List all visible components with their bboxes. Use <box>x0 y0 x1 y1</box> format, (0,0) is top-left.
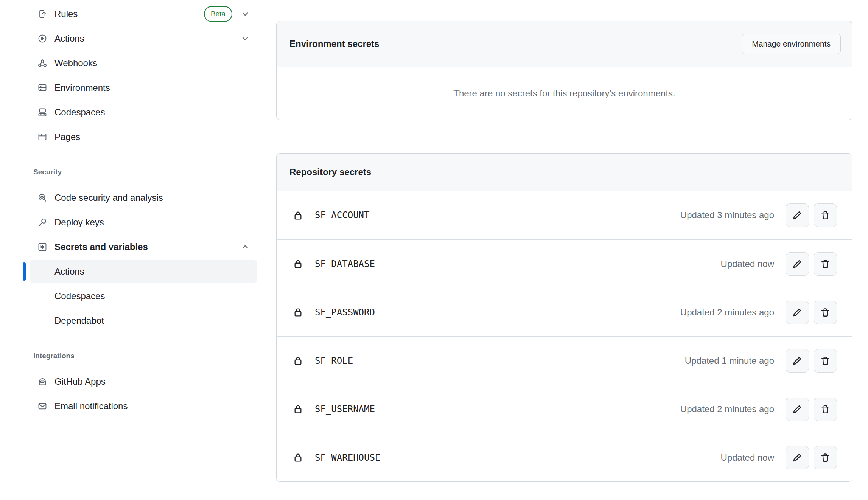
lock-icon <box>293 307 303 317</box>
sidebar-item-webhooks[interactable]: Webhooks <box>23 51 257 75</box>
sidebar-subitem-dependabot[interactable]: Dependabot <box>23 308 257 333</box>
secret-name: SF_DATABASE <box>315 259 721 269</box>
environment-secrets-title: Environment secrets <box>289 39 379 49</box>
rules-icon <box>38 9 47 19</box>
sidebar-item-actions[interactable]: Actions <box>23 26 257 51</box>
updated-timestamp: Updated 2 minutes ago <box>680 307 774 318</box>
secret-name: SF_ROLE <box>315 356 685 366</box>
secrets-main-panel: Environment secrets Manage environments … <box>276 21 852 482</box>
sidebar-divider <box>23 154 264 154</box>
sidebar-item-label: Rules <box>54 9 204 19</box>
trash-icon <box>820 453 830 463</box>
sidebar-subitem-label: Actions <box>54 266 84 277</box>
secret-row: SF_WAREHOUSE Updated now <box>277 433 852 481</box>
edit-secret-button[interactable] <box>786 349 809 373</box>
sidebar-section-security: Security <box>23 159 257 185</box>
delete-secret-button[interactable] <box>814 446 837 469</box>
chevron-down-icon[interactable] <box>241 9 250 19</box>
sidebar-subitem-label: Codespaces <box>54 291 105 301</box>
lock-icon <box>293 404 303 414</box>
delete-secret-button[interactable] <box>814 203 837 227</box>
updated-timestamp: Updated now <box>721 452 774 463</box>
sidebar-item-label: Actions <box>54 33 241 44</box>
lock-icon <box>293 452 303 463</box>
sidebar-item-secrets-and-variables[interactable]: Secrets and variables <box>23 234 257 259</box>
sidebar-item-github-apps[interactable]: GitHub Apps <box>23 369 257 394</box>
trash-icon <box>820 356 830 366</box>
trash-icon <box>820 259 830 269</box>
sidebar-subitem-actions[interactable]: Actions <box>23 259 257 284</box>
codespaces-icon <box>38 108 47 117</box>
sidebar-item-label: Environments <box>54 82 257 93</box>
updated-timestamp: Updated now <box>721 259 774 269</box>
delete-secret-button[interactable] <box>814 301 837 324</box>
sidebar-subitem-label: Dependabot <box>54 315 104 326</box>
secret-name: SF_PASSWORD <box>315 307 680 318</box>
lock-icon <box>293 210 303 220</box>
chevron-up-icon[interactable] <box>241 242 250 252</box>
pencil-icon <box>792 259 802 269</box>
code-scan-icon <box>38 193 47 202</box>
webhooks-icon <box>38 59 47 68</box>
beta-badge: Beta <box>204 6 232 22</box>
trash-icon <box>820 307 830 317</box>
secret-row: SF_DATABASE Updated now <box>277 239 852 288</box>
secret-row: SF_PASSWORD Updated 2 minutes ago <box>277 288 852 336</box>
sidebar-item-label: Secrets and variables <box>54 242 241 252</box>
sidebar-item-label: Deploy keys <box>54 217 257 228</box>
empty-state-message: There are no secrets for this repository… <box>453 88 675 99</box>
pencil-icon <box>792 453 802 463</box>
secret-name: SF_USERNAME <box>315 404 680 415</box>
sidebar-item-label: Webhooks <box>54 58 257 68</box>
secret-name: SF_ACCOUNT <box>315 210 680 220</box>
trash-icon <box>820 210 830 220</box>
environment-secrets-empty-state: There are no secrets for this repository… <box>277 67 852 120</box>
sidebar-item-label: Codespaces <box>54 107 257 118</box>
chevron-down-icon[interactable] <box>241 34 250 43</box>
sidebar-section-integrations: Integrations <box>23 343 257 369</box>
settings-sidebar: Rules Beta Actions Web <box>23 2 257 418</box>
sidebar-item-label: GitHub Apps <box>54 376 257 387</box>
sidebar-item-label: Email notifications <box>54 401 257 411</box>
edit-secret-button[interactable] <box>786 252 809 276</box>
sidebar-item-label: Pages <box>54 132 257 142</box>
sidebar-item-pages[interactable]: Pages <box>23 124 257 149</box>
asterisk-box-icon <box>38 242 47 252</box>
edit-secret-button[interactable] <box>786 446 809 469</box>
repository-secrets-title: Repository secrets <box>289 167 371 177</box>
sidebar-item-deploy-keys[interactable]: Deploy keys <box>23 210 257 234</box>
pencil-icon <box>792 210 802 220</box>
updated-timestamp: Updated 1 minute ago <box>685 356 774 366</box>
mail-icon <box>38 402 47 411</box>
secret-row: SF_ACCOUNT Updated 3 minutes ago <box>277 191 852 239</box>
sidebar-divider <box>23 338 264 338</box>
key-icon <box>38 218 47 227</box>
pencil-icon <box>792 307 802 317</box>
manage-environments-button[interactable]: Manage environments <box>742 34 841 54</box>
sidebar-item-environments[interactable]: Environments <box>23 75 257 100</box>
delete-secret-button[interactable] <box>814 252 837 276</box>
edit-secret-button[interactable] <box>786 301 809 324</box>
secret-row: SF_ROLE Updated 1 minute ago <box>277 336 852 385</box>
delete-secret-button[interactable] <box>814 398 837 421</box>
sidebar-item-rules[interactable]: Rules Beta <box>23 2 257 26</box>
trash-icon <box>820 404 830 414</box>
github-apps-icon <box>38 377 47 386</box>
sidebar-item-codespaces[interactable]: Codespaces <box>23 100 257 124</box>
pencil-icon <box>792 356 802 366</box>
edit-secret-button[interactable] <box>786 398 809 421</box>
repository-secrets-box: Repository secrets SF_ACCOUNT Updated 3 … <box>276 153 852 482</box>
delete-secret-button[interactable] <box>814 349 837 373</box>
sidebar-subitem-codespaces[interactable]: Codespaces <box>23 284 257 308</box>
edit-secret-button[interactable] <box>786 203 809 227</box>
sidebar-item-email-notifications[interactable]: Email notifications <box>23 394 257 418</box>
selected-indicator <box>23 262 26 281</box>
environment-secrets-header: Environment secrets Manage environments <box>277 21 852 67</box>
updated-timestamp: Updated 3 minutes ago <box>680 210 774 220</box>
lock-icon <box>293 259 303 269</box>
actions-icon <box>38 34 47 43</box>
updated-timestamp: Updated 2 minutes ago <box>680 404 774 415</box>
environment-secrets-box: Environment secrets Manage environments … <box>276 21 852 120</box>
environments-icon <box>38 83 47 92</box>
sidebar-item-code-security[interactable]: Code security and analysis <box>23 185 257 210</box>
